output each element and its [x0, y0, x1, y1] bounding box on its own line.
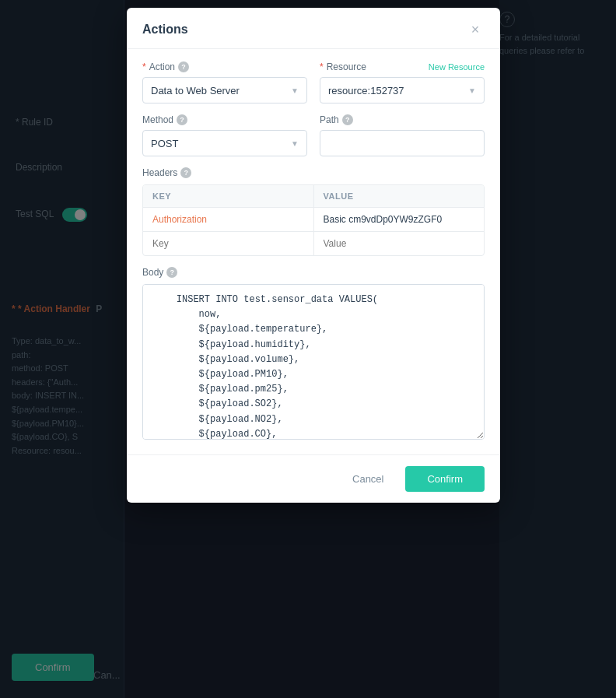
- action-value: Data to Web Server: [151, 85, 240, 96]
- cancel-button[interactable]: Cancel: [340, 467, 396, 491]
- headers-key-column: KEY: [143, 185, 314, 207]
- resource-label-text: Resource: [327, 61, 366, 72]
- resource-required: *: [320, 61, 324, 72]
- action-help-icon[interactable]: ?: [178, 61, 189, 72]
- headers-key-cell: Authorization: [143, 208, 314, 231]
- modal-body: * Action ? Data to Web Server ▼ * Resour…: [127, 49, 500, 454]
- action-chevron-down-icon: ▼: [291, 86, 299, 95]
- action-group: * Action ? Data to Web Server ▼: [142, 61, 307, 103]
- resource-group: * Resource New Resource resource:152737 …: [320, 61, 485, 103]
- path-group: Path ?: [320, 114, 485, 156]
- headers-row: Authorization Basic cm9vdDp0YW9zZGF0: [143, 208, 484, 232]
- headers-value-input[interactable]: [324, 238, 475, 249]
- resource-chevron-down-icon: ▼: [468, 86, 476, 95]
- path-label-text: Path: [320, 114, 339, 125]
- headers-label: Headers ?: [142, 167, 485, 178]
- action-select[interactable]: Data to Web Server ▼: [142, 77, 307, 103]
- actions-modal: Actions × * Action ? Data to Web Server …: [127, 8, 500, 503]
- method-label: Method ?: [142, 114, 307, 125]
- body-section: Body ? INSERT INTO test.sensor_data VALU…: [142, 267, 485, 442]
- new-resource-link[interactable]: New Resource: [429, 62, 485, 72]
- headers-section: Headers ? KEY VALUE Authorization Basic …: [142, 167, 485, 256]
- body-textarea[interactable]: INSERT INTO test.sensor_data VALUES( now…: [142, 284, 485, 440]
- path-help-icon[interactable]: ?: [342, 114, 353, 125]
- method-select[interactable]: POST ▼: [142, 130, 307, 156]
- close-button[interactable]: ×: [466, 20, 485, 39]
- method-value: POST: [151, 138, 178, 149]
- method-help-icon[interactable]: ?: [177, 114, 187, 125]
- headers-empty-key-cell[interactable]: [143, 232, 314, 255]
- modal-header: Actions ×: [127, 8, 500, 49]
- action-label-text: Action: [149, 61, 175, 72]
- resource-value: resource:152737: [328, 85, 404, 96]
- method-chevron-down-icon: ▼: [291, 139, 299, 148]
- body-label-text: Body: [142, 267, 163, 278]
- headers-table: KEY VALUE Authorization Basic cm9vdDp0YW…: [142, 184, 485, 256]
- resource-label: * Resource New Resource: [320, 61, 485, 72]
- body-label: Body ?: [142, 267, 485, 278]
- resource-select[interactable]: resource:152737 ▼: [320, 77, 485, 103]
- confirm-button[interactable]: Confirm: [405, 466, 485, 492]
- action-required: *: [142, 61, 146, 72]
- action-label: * Action ?: [142, 61, 307, 72]
- action-resource-row: * Action ? Data to Web Server ▼ * Resour…: [142, 61, 485, 103]
- modal-title: Actions: [142, 23, 188, 37]
- headers-label-text: Headers: [142, 167, 177, 178]
- headers-empty-value-cell[interactable]: [314, 232, 485, 255]
- headers-help-icon[interactable]: ?: [180, 167, 191, 178]
- path-label: Path ?: [320, 114, 485, 125]
- modal-footer: Cancel Confirm: [127, 454, 500, 503]
- method-path-row: Method ? POST ▼ Path ?: [142, 114, 485, 156]
- headers-value-cell: Basic cm9vdDp0YW9zZGF0: [314, 208, 485, 231]
- headers-table-head: KEY VALUE: [143, 185, 484, 208]
- method-label-text: Method: [142, 114, 173, 125]
- path-input[interactable]: [320, 130, 485, 156]
- headers-value-column: VALUE: [314, 185, 485, 207]
- body-help-icon[interactable]: ?: [166, 267, 177, 278]
- headers-key-input[interactable]: [152, 238, 304, 249]
- method-group: Method ? POST ▼: [142, 114, 307, 156]
- headers-empty-row: [143, 232, 484, 255]
